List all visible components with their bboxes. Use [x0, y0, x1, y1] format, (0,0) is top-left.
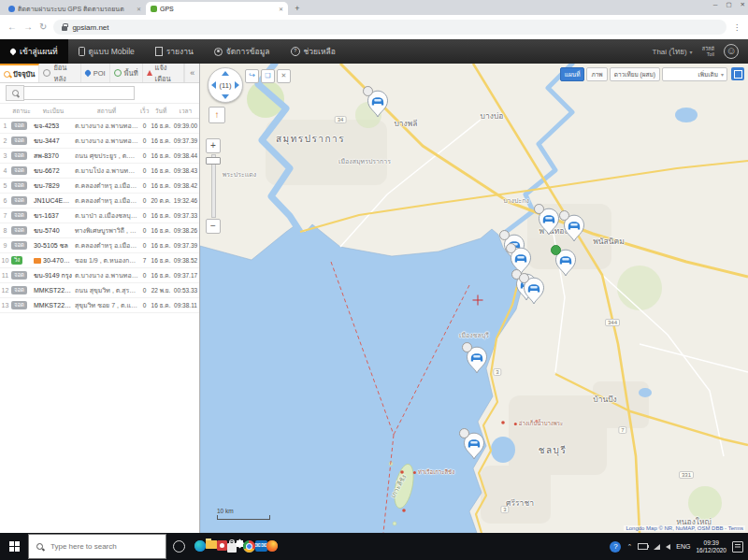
sidebar-tab[interactable]: POI [81, 64, 110, 82]
vehicle-row[interactable]: 7 จอด ฆร-1637 ต.นาป่า อ.เมืองชลบุรี จ.ชล… [0, 208, 199, 223]
battery-icon[interactable] [638, 543, 648, 550]
volume-icon[interactable] [666, 544, 670, 550]
map-label: อ่างเก็บน้ำบางพระ [514, 419, 563, 428]
start-button[interactable] [0, 533, 28, 560]
vehicle-row[interactable]: 4 จอด ฆบ-6672 ต.มาบโป่ง อ.พานทอง จ.ชลบ 0… [0, 164, 199, 179]
vehicle-marker[interactable] [463, 432, 485, 460]
fullscreen-button[interactable] [731, 67, 744, 80]
vehicle-row[interactable]: 10 วิ่ง 30-4702ชล ซอย 1/9 , ต.หนองกะขะ อ… [0, 253, 199, 268]
action-center-icon[interactable] [732, 541, 743, 553]
more-layers-dropdown[interactable]: เพิ่มเติม [662, 67, 727, 81]
maximize-icon[interactable] [726, 1, 731, 8]
browser-menu-icon[interactable] [733, 23, 741, 32]
pan-right-icon[interactable] [235, 81, 239, 89]
vehicle-row[interactable]: 11 จอด ฆบ-9149 กรุง ต.บางนาง อ.พานทอง จ.… [0, 268, 199, 283]
sidebar-tab-icon [43, 69, 50, 77]
vehicle-row[interactable]: 9 จอด 30-5105 ชล ต.คลองตำหรุ อ.เมืองชลบุ… [0, 238, 199, 253]
sidebar-tab[interactable]: แจ้งเตือน [143, 64, 185, 82]
taskbar-search[interactable] [28, 534, 166, 559]
layer-button[interactable]: ดาวเทียม (ผสม) [610, 67, 660, 81]
vehicle-row[interactable]: 1 จอด ฆจ-4253 ต.บางนาง อ.พานทอง จ.ชลบ 0 … [0, 119, 199, 134]
sidebar-collapse-icon[interactable] [184, 64, 199, 82]
address-bar[interactable]: gpsiam.net [53, 20, 726, 35]
layer-button[interactable]: แผนที่ [560, 67, 585, 81]
sidebar-tab[interactable]: ย้อนหลัง [39, 64, 80, 82]
vehicle-marker[interactable] [367, 90, 389, 118]
back-icon[interactable] [7, 22, 17, 32]
vehicle-row[interactable]: 13 จอด MMKST22PXI สุขุมวิท ซอย 7 , ต.แสน… [0, 298, 199, 313]
zoom-out-button[interactable] [206, 219, 221, 234]
nav-item[interactable]: เข้าสู่แผนที่ [0, 39, 68, 64]
vehicle-row[interactable]: 6 จอด JN1UC4E262 ต.คลองตำหรุ อ.เมืองชลบุ… [0, 194, 199, 208]
registration-cell: MMKST22PXI [33, 298, 74, 313]
search-button[interactable] [6, 85, 24, 101]
info-tool-icon[interactable] [261, 69, 275, 83]
new-tab-button[interactable] [292, 3, 303, 14]
taskbar-search-input[interactable] [49, 541, 146, 552]
close-icon[interactable] [741, 1, 745, 8]
column-header[interactable]: เวลา [172, 104, 199, 119]
vehicle-row[interactable]: 3 จอด สพ-8370 ถนน ศุขประยูร , ต.นาป่า อ.… [0, 149, 199, 164]
row-number: 12 [0, 283, 10, 298]
sidebar-tab[interactable]: ปัจจุบัน [0, 64, 39, 82]
column-header[interactable]: สถานะ [10, 104, 33, 119]
tab-close-icon[interactable] [137, 6, 141, 12]
route-tool-icon[interactable] [245, 69, 259, 83]
clock[interactable]: 09:39 16/12/2020 [696, 539, 726, 553]
vehicle-marker[interactable] [538, 208, 560, 236]
column-header[interactable]: ทะเบียน [33, 104, 74, 119]
map-pan-control[interactable]: (11) [208, 67, 243, 103]
network-icon[interactable] [654, 544, 660, 550]
map[interactable]: สมุทรปราการ เมืองสมุทรปราการ พระประแดง บ… [200, 64, 748, 533]
edge-icon[interactable] [194, 540, 206, 552]
vehicle-marker[interactable] [554, 249, 577, 277]
date-cell: 16 ธ.ค. [150, 223, 172, 238]
cortana-button[interactable] [166, 540, 191, 553]
close-tool-icon[interactable] [277, 69, 291, 83]
nav-item[interactable]: ดูแบบ Mobile [68, 39, 145, 64]
zoom-slider-handle[interactable] [206, 157, 221, 165]
vehicle-search-input[interactable] [24, 86, 135, 100]
pan-down-icon[interactable] [222, 94, 229, 99]
browser-tab-inactive[interactable]: ติดตามผ่านระบบ GPS ติดตามรถยนต [4, 2, 146, 15]
column-header[interactable]: วันที่ [150, 104, 172, 119]
nav-item[interactable]: รายงาน [145, 39, 204, 64]
vehicle-marker[interactable] [563, 214, 585, 242]
chrome-icon[interactable] [243, 540, 255, 553]
firefox-icon[interactable] [266, 540, 278, 552]
vehicle-marker[interactable] [523, 277, 545, 305]
file-explorer-icon[interactable] [206, 540, 217, 549]
reload-icon[interactable] [39, 22, 47, 32]
pan-left-icon[interactable] [211, 81, 216, 89]
vehicle-row[interactable]: 12 จอด MMKST22PSC ถนน สุขุมวิท , ต.สุรศั… [0, 283, 199, 298]
recenter-button[interactable] [209, 107, 225, 123]
column-header[interactable]: เร็ว [139, 104, 150, 119]
language-selector[interactable]: Thai (ไทย) [653, 46, 693, 58]
tab-close-icon[interactable] [279, 6, 283, 12]
sidebar-tab[interactable]: พื้นที่ [110, 64, 143, 82]
status-badge: จอด [11, 122, 27, 130]
user-avatar-icon[interactable] [724, 44, 739, 59]
forward-icon[interactable] [23, 22, 33, 32]
pan-up-icon[interactable] [222, 71, 229, 76]
layer-button[interactable]: ภาพ [586, 67, 607, 81]
vehicle-row[interactable]: 5 จอด ฆบ-7829 ต.คลองตำหรุ อ.เมืองชลบุรี … [0, 179, 199, 194]
language-indicator[interactable]: ENG [676, 543, 690, 550]
column-header[interactable]: สถานที่ [74, 104, 139, 119]
vehicle-row[interactable]: 8 จอด ฆบ-5740 ทางพิเศษบูรพาวิถี , ต.บางโ… [0, 223, 199, 238]
nav-item[interactable]: จัดการข้อมูล [204, 39, 280, 64]
mail-icon[interactable] [255, 540, 266, 552]
speed-cell: 0 [139, 223, 150, 238]
column-header[interactable] [0, 104, 10, 119]
nav-item[interactable]: ช่วยเหลือ [280, 39, 346, 64]
vehicle-marker[interactable] [466, 346, 488, 374]
tray-expand-icon[interactable] [626, 543, 632, 551]
photos-icon[interactable] [217, 540, 227, 551]
search-icon [36, 543, 43, 550]
help-tray-icon[interactable] [610, 541, 621, 553]
minimize-icon[interactable] [713, 1, 718, 8]
scale-line [217, 515, 270, 520]
zoom-in-button[interactable] [206, 138, 221, 153]
browser-tab-active[interactable]: GPS [146, 2, 288, 15]
vehicle-row[interactable]: 2 จอด ฆบ-3447 ต.บางนาง อ.พานทอง จ.ชลบ 0 … [0, 134, 199, 149]
